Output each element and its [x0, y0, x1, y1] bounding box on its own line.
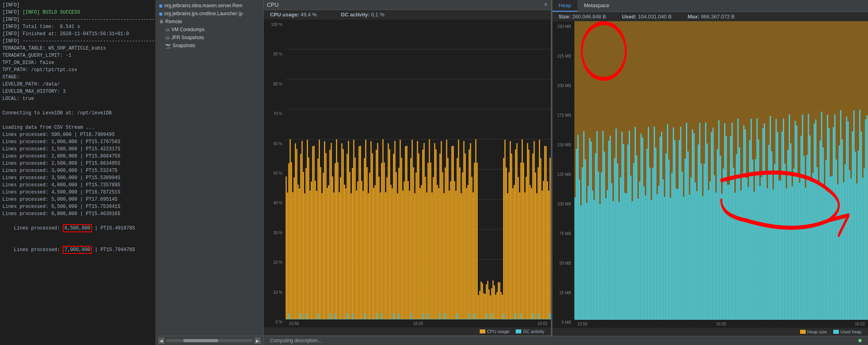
tree-item-snapshots[interactable]: 📷 Snapshots — [156, 42, 263, 50]
cpu-legend: CPU usage GC activity — [264, 327, 551, 335]
charts-row: CPU × CPU usage: 49,4 % GC activity: 0,1… — [264, 0, 868, 336]
legend-gc-activity: GC activity — [516, 329, 544, 334]
legend-heap-size: Heap size — [800, 329, 827, 334]
gc-activity-label: GC activity: 0,1 % — [341, 12, 384, 18]
console-line: STAGE: — [2, 74, 153, 81]
status-indicator — [858, 339, 862, 342]
tree-item-label: org.jetbrains.idea.maven.server.Rem — [164, 3, 242, 8]
heap-stats: Size: 260.046.848 B Used: 104.031.040 B … — [552, 12, 868, 21]
console-line: Lines processed: 3,500,000 | PT15.538994… — [2, 174, 153, 181]
status-bar: Computing description... — [264, 336, 868, 345]
heap-used-stat: Used: 104.031.040 B — [622, 14, 671, 20]
cpu-stats: CPU usage: 49,4 % GC activity: 0,1 % — [264, 10, 551, 19]
file-icon: ◼ — [159, 3, 163, 8]
console-line: Lines processed: 2,500,000 | PT15.663495… — [2, 160, 153, 167]
cpu-canvas — [286, 19, 551, 319]
heap-tab[interactable]: Heap — [552, 0, 578, 12]
heap-size-stat: Size: 260.046.848 B — [559, 14, 606, 20]
console-line: LOCAL: true — [2, 95, 153, 102]
console-line: Lines processed: 6,000,000 | PT15.463916… — [2, 210, 153, 217]
console-line: Lines processed: 500,000 | PT16.790949S — [2, 131, 153, 138]
console-line — [2, 102, 153, 110]
console-line: TERADATA_QUERY_LIMIT: -1 — [2, 52, 153, 59]
scroll-left-button[interactable]: ◀ — [158, 337, 165, 344]
cpu-x-axis: 15:58 16:00 16:02 — [286, 321, 551, 326]
cpu-usage-color-box — [480, 329, 485, 333]
console-line: Loading data from CSV Stream ... — [2, 124, 153, 131]
console-line: Lines processed: 6,500,000 | PT15.491878… — [2, 217, 153, 239]
console-line: Lines processed: 4,500,000 | PT16.787251… — [2, 189, 153, 196]
scroll-right-button[interactable]: ▶ — [254, 337, 261, 344]
gc-activity-color-box — [516, 329, 521, 333]
console-line: TERADATA_TABLE: WS_SHP_ARTICLE_kubis — [2, 45, 153, 52]
console-line: [INFO] Total time: 8.541 s — [2, 23, 153, 30]
console-line: LEVELDB_MAX_HISTORY: 3 — [2, 88, 153, 95]
console-line: Lines processed: 7,000,000 | PT15.794476… — [2, 239, 153, 261]
monitor-icon: 🖥 — [159, 19, 164, 24]
console-line: Lines processed: 2,000,000 | PT15.808475… — [2, 153, 153, 160]
console-line: [INFO] ---------------------------------… — [2, 16, 153, 23]
heap-size-color-box — [800, 330, 806, 334]
used-heap-color-box — [833, 330, 839, 334]
main-area: CPU × CPU usage: 49,4 % GC activity: 0,1… — [264, 0, 868, 345]
console-line: Connecting to LevelDB at: /opt/levelDB — [2, 110, 153, 117]
cpu-usage-label: CPU usage: 49,4 % — [270, 12, 317, 18]
legend-cpu-label: CPU usage — [487, 329, 509, 334]
legend-heap-label: Heap size — [807, 329, 827, 334]
scroll-track[interactable] — [166, 339, 253, 342]
heap-panel: Heap Metaspace Size: 260.046.848 B Used:… — [552, 0, 868, 336]
console-line-build-success: [INFO] [INFO] BUILD SUCCESS — [2, 9, 153, 16]
tree-item-label: VM Coredumps — [171, 27, 205, 32]
console-line: Lines processed: 1,500,000 | PT15.422317… — [2, 146, 153, 153]
console-line: [INFO] Finished at: 2020-11-04T15:56:31+… — [2, 30, 153, 38]
cpu-chart-inner: /* bars generated below */ — [286, 19, 551, 319]
heap-canvas — [574, 21, 868, 320]
cpu-chart-area: 100 % 90 % 80 % 70 % 60 % 50 % 40 % 30 %… — [264, 19, 551, 327]
legend-cpu-usage: CPU usage — [480, 329, 509, 334]
console-line: TPT_PATH: /opt/tpt/tpt.csv — [2, 66, 153, 74]
tree-item-vm-coredumps[interactable]: 🗂 VM Coredumps — [156, 26, 263, 34]
tree-scrollbar[interactable]: ◀ ▶ — [156, 336, 263, 345]
legend-gc-label: GC activity — [523, 329, 544, 334]
tree-item-remote[interactable]: 🖥 Remote — [156, 18, 263, 26]
folder-icon: 🗂 — [165, 27, 170, 32]
console-line: [INFO] — [2, 2, 153, 9]
file-icon: ◼ — [159, 11, 163, 16]
cpu-header: CPU × — [264, 0, 551, 10]
legend-used-label: Used heap — [840, 329, 862, 334]
status-text: Computing description... — [270, 338, 322, 343]
heap-x-axis: 15:58 16:00 16:02 — [574, 322, 868, 326]
console-line: LEVELDB_PATH: /data/ — [2, 81, 153, 88]
scroll-thumb — [183, 339, 218, 342]
console-line: [INFO] ---------------------------------… — [2, 38, 153, 45]
cpu-title: CPU — [267, 2, 541, 8]
tree-content[interactable]: ◼ org.jetbrains.idea.maven.server.Rem ◼ … — [156, 0, 263, 336]
heap-header: Heap Metaspace — [552, 0, 868, 12]
legend-used-heap: Used heap — [833, 329, 862, 334]
close-button[interactable]: × — [544, 2, 547, 8]
tree-item-jfr-snapshots[interactable]: 🗂 JFR Snapshots — [156, 34, 263, 42]
console-line: Lines processed: 1,000,000 | PT15.176756… — [2, 138, 153, 146]
console-panel: [INFO] [INFO] [INFO] BUILD SUCCESS [INFO… — [0, 0, 156, 345]
heap-chart-area: 250 MB 225 MB 200 MB 175 MB 150 MB 125 M… — [552, 21, 868, 328]
heap-legend: Heap size Used heap — [552, 328, 868, 336]
console-line: Lines processed: 5,500,000 | PT15.753941… — [2, 203, 153, 210]
tree-item-launcher[interactable]: ◼ org.jetbrains.jps.cmdline.Launcher (p — [156, 10, 263, 18]
file-tree-panel: ◼ org.jetbrains.idea.maven.server.Rem ◼ … — [156, 0, 264, 345]
console-line: TPT_ON_DISK: false — [2, 59, 153, 66]
tree-item-label: org.jetbrains.jps.cmdline.Launcher (p — [164, 11, 243, 16]
heap-y-axis: 250 MB 225 MB 200 MB 175 MB 150 MB 125 M… — [552, 21, 574, 328]
tree-item-label: Snapshots — [173, 43, 195, 48]
console-line: Lines processed: 5,000,000 | PT17.69514S — [2, 196, 153, 203]
tree-item-label: Remote — [165, 19, 182, 24]
heap-max-stat: Max: 966.367.072 B — [687, 14, 735, 20]
folder-icon: 🗂 — [165, 35, 170, 40]
console-line — [2, 117, 153, 124]
metaspace-tab[interactable]: Metaspace — [578, 0, 616, 12]
cpu-y-axis: 100 % 90 % 80 % 70 % 60 % 50 % 40 % 30 %… — [264, 19, 286, 327]
tree-item-maven[interactable]: ◼ org.jetbrains.idea.maven.server.Rem — [156, 2, 263, 10]
heap-chart-inner — [574, 21, 868, 320]
tree-item-label: JFR Snapshots — [171, 35, 204, 40]
console-line: Lines processed: 3,000,000 | PT15.53247S — [2, 167, 153, 174]
cpu-panel: CPU × CPU usage: 49,4 % GC activity: 0,1… — [264, 0, 552, 336]
